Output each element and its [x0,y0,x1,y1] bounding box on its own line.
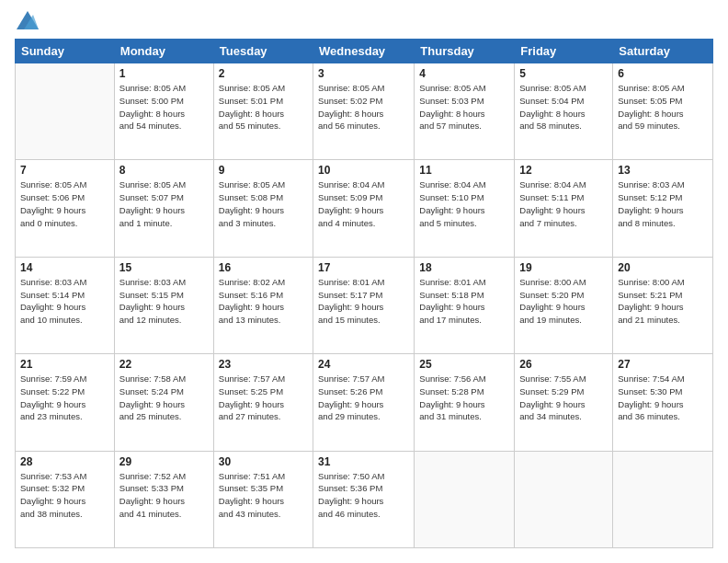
day-cell: 8Sunrise: 8:05 AM Sunset: 5:07 PM Daylig… [114,160,213,257]
day-info: Sunrise: 8:05 AM Sunset: 5:00 PM Dayligh… [119,82,209,132]
day-cell: 15Sunrise: 8:03 AM Sunset: 5:15 PM Dayli… [114,257,213,353]
day-number: 1 [119,67,209,80]
day-number: 13 [618,164,708,177]
week-row-2: 7Sunrise: 8:05 AM Sunset: 5:06 PM Daylig… [16,160,713,257]
day-info: Sunrise: 8:05 AM Sunset: 5:01 PM Dayligh… [219,82,308,132]
week-row-1: 1Sunrise: 8:05 AM Sunset: 5:00 PM Daylig… [16,63,713,160]
day-cell: 31Sunrise: 7:50 AM Sunset: 5:36 PM Dayli… [313,451,415,547]
logo [15,15,39,29]
day-number: 17 [318,261,409,274]
day-number: 4 [419,67,509,80]
day-cell: 21Sunrise: 7:59 AM Sunset: 5:22 PM Dayli… [16,354,115,451]
day-info: Sunrise: 8:03 AM Sunset: 5:14 PM Dayligh… [20,276,109,327]
day-info: Sunrise: 8:05 AM Sunset: 5:02 PM Dayligh… [318,82,409,132]
day-info: Sunrise: 7:53 AM Sunset: 5:32 PM Dayligh… [20,470,109,521]
day-info: Sunrise: 7:51 AM Sunset: 5:35 PM Dayligh… [219,470,308,521]
day-number: 25 [419,358,509,371]
day-info: Sunrise: 8:04 AM Sunset: 5:09 PM Dayligh… [318,178,409,229]
day-number: 21 [20,358,109,371]
day-info: Sunrise: 8:05 AM Sunset: 5:04 PM Dayligh… [519,82,608,132]
day-number: 26 [519,358,608,371]
col-monday: Monday [114,40,213,63]
day-cell: 14Sunrise: 8:03 AM Sunset: 5:14 PM Dayli… [16,257,115,353]
day-number: 24 [318,358,409,371]
day-cell: 9Sunrise: 8:05 AM Sunset: 5:08 PM Daylig… [213,160,313,257]
day-cell: 19Sunrise: 8:00 AM Sunset: 5:20 PM Dayli… [515,257,613,353]
day-cell: 18Sunrise: 8:01 AM Sunset: 5:18 PM Dayli… [415,257,515,353]
col-friday: Friday [515,40,613,63]
day-cell: 2Sunrise: 8:05 AM Sunset: 5:01 PM Daylig… [213,63,313,160]
day-number: 16 [219,261,308,274]
col-thursday: Thursday [415,40,515,63]
day-cell: 17Sunrise: 8:01 AM Sunset: 5:17 PM Dayli… [313,257,415,353]
day-info: Sunrise: 8:05 AM Sunset: 5:03 PM Dayligh… [419,82,509,132]
day-number: 6 [618,67,708,80]
day-cell: 26Sunrise: 7:55 AM Sunset: 5:29 PM Dayli… [515,354,613,451]
day-info: Sunrise: 8:01 AM Sunset: 5:18 PM Dayligh… [419,276,509,327]
day-info: Sunrise: 8:03 AM Sunset: 5:12 PM Dayligh… [618,178,708,229]
week-row-5: 28Sunrise: 7:53 AM Sunset: 5:32 PM Dayli… [16,451,713,547]
day-number: 3 [318,67,409,80]
day-info: Sunrise: 8:04 AM Sunset: 5:11 PM Dayligh… [519,178,608,229]
col-tuesday: Tuesday [213,40,313,63]
day-number: 22 [119,358,209,371]
day-cell: 6Sunrise: 8:05 AM Sunset: 5:05 PM Daylig… [613,63,713,160]
day-info: Sunrise: 7:50 AM Sunset: 5:36 PM Dayligh… [318,470,409,521]
day-cell: 5Sunrise: 8:05 AM Sunset: 5:04 PM Daylig… [515,63,613,160]
col-wednesday: Wednesday [313,40,415,63]
day-cell: 22Sunrise: 7:58 AM Sunset: 5:24 PM Dayli… [114,354,213,451]
day-number: 15 [119,261,209,274]
day-number: 9 [219,164,308,177]
day-cell: 11Sunrise: 8:04 AM Sunset: 5:10 PM Dayli… [415,160,515,257]
day-number: 20 [618,261,708,274]
logo-icon [17,11,39,29]
day-info: Sunrise: 8:05 AM Sunset: 5:07 PM Dayligh… [119,178,209,229]
day-cell: 28Sunrise: 7:53 AM Sunset: 5:32 PM Dayli… [16,451,115,547]
day-cell: 1Sunrise: 8:05 AM Sunset: 5:00 PM Daylig… [114,63,213,160]
day-cell: 30Sunrise: 7:51 AM Sunset: 5:35 PM Dayli… [213,451,313,547]
day-info: Sunrise: 8:00 AM Sunset: 5:21 PM Dayligh… [618,276,708,327]
col-sunday: Sunday [16,40,115,63]
day-number: 8 [119,164,209,177]
page: Sunday Monday Tuesday Wednesday Thursday… [0,0,728,563]
day-cell: 13Sunrise: 8:03 AM Sunset: 5:12 PM Dayli… [613,160,713,257]
day-number: 18 [419,261,509,274]
day-info: Sunrise: 8:05 AM Sunset: 5:05 PM Dayligh… [618,82,708,132]
day-number: 23 [219,358,308,371]
day-cell [16,63,115,160]
header [15,15,713,29]
day-info: Sunrise: 8:03 AM Sunset: 5:15 PM Dayligh… [119,276,209,327]
day-cell: 12Sunrise: 8:04 AM Sunset: 5:11 PM Dayli… [515,160,613,257]
day-cell: 3Sunrise: 8:05 AM Sunset: 5:02 PM Daylig… [313,63,415,160]
day-cell: 23Sunrise: 7:57 AM Sunset: 5:25 PM Dayli… [213,354,313,451]
col-saturday: Saturday [613,40,713,63]
week-row-4: 21Sunrise: 7:59 AM Sunset: 5:22 PM Dayli… [16,354,713,451]
day-cell: 29Sunrise: 7:52 AM Sunset: 5:33 PM Dayli… [114,451,213,547]
day-cell: 7Sunrise: 8:05 AM Sunset: 5:06 PM Daylig… [16,160,115,257]
day-number: 11 [419,164,509,177]
day-info: Sunrise: 7:58 AM Sunset: 5:24 PM Dayligh… [119,373,209,423]
day-cell: 10Sunrise: 8:04 AM Sunset: 5:09 PM Dayli… [313,160,415,257]
day-info: Sunrise: 8:01 AM Sunset: 5:17 PM Dayligh… [318,276,409,327]
day-cell: 4Sunrise: 8:05 AM Sunset: 5:03 PM Daylig… [415,63,515,160]
day-number: 30 [219,455,308,468]
day-number: 14 [20,261,109,274]
day-cell: 25Sunrise: 7:56 AM Sunset: 5:28 PM Dayli… [415,354,515,451]
day-number: 12 [519,164,608,177]
day-info: Sunrise: 7:57 AM Sunset: 5:26 PM Dayligh… [318,373,409,423]
calendar-header-row: Sunday Monday Tuesday Wednesday Thursday… [16,40,713,63]
day-cell: 27Sunrise: 7:54 AM Sunset: 5:30 PM Dayli… [613,354,713,451]
day-number: 28 [20,455,109,468]
day-number: 31 [318,455,409,468]
day-info: Sunrise: 8:02 AM Sunset: 5:16 PM Dayligh… [219,276,308,327]
day-info: Sunrise: 8:05 AM Sunset: 5:06 PM Dayligh… [20,178,109,229]
day-cell: 20Sunrise: 8:00 AM Sunset: 5:21 PM Dayli… [613,257,713,353]
day-cell [515,451,613,547]
calendar-table: Sunday Monday Tuesday Wednesday Thursday… [15,39,713,548]
day-info: Sunrise: 7:56 AM Sunset: 5:28 PM Dayligh… [419,373,509,423]
day-cell [415,451,515,547]
day-number: 29 [119,455,209,468]
day-number: 7 [20,164,109,177]
day-info: Sunrise: 8:05 AM Sunset: 5:08 PM Dayligh… [219,178,308,229]
day-cell: 16Sunrise: 8:02 AM Sunset: 5:16 PM Dayli… [213,257,313,353]
